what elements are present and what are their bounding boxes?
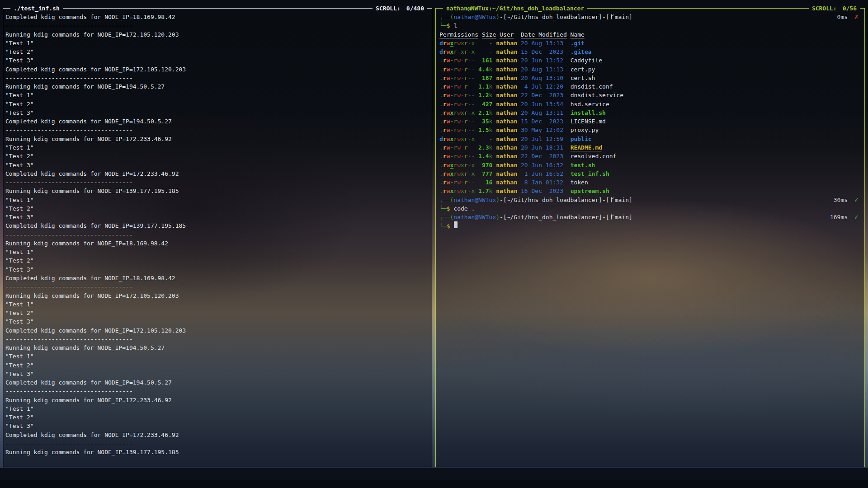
file-owner: nathan: [492, 161, 517, 169]
right-pane[interactable]: nathan@NWTux:~/Git/hns_doh_loadbalancer …: [435, 8, 865, 467]
terminal-line: "Test 2": [5, 256, 430, 265]
terminal-line: "Test 2": [5, 204, 430, 213]
scroll-value: 0/56: [843, 5, 857, 12]
terminal-line: Completed kdig commands for NODE_IP=172.…: [5, 431, 430, 439]
terminal-line: "Test 3": [5, 108, 430, 117]
terminal-line: "Test 3": [5, 370, 430, 378]
command-line: └─$: [439, 221, 863, 230]
terminal-line: Running kdig commands for NODE_IP=139.17…: [5, 448, 430, 456]
file-name: dnsdist.conf: [571, 82, 613, 91]
file-name: resolved.conf: [571, 152, 617, 160]
file-owner: nathan: [492, 169, 517, 178]
file-name: .git: [571, 39, 585, 47]
right-pane-scroll-indicator: SCROLL:0/56: [809, 5, 860, 12]
terminal-line: "Test 2": [5, 309, 430, 317]
file-date: 20 Aug 13:11: [517, 108, 563, 117]
file-size: 2.3k: [475, 143, 492, 152]
left-pane-content: Completed kdig commands for NODE_IP=18.1…: [5, 13, 430, 465]
file-size: 167: [475, 74, 492, 82]
file-owner: nathan: [492, 108, 517, 117]
file-date: 22 Dec 2023: [517, 91, 563, 99]
file-size: 427: [475, 100, 492, 108]
scroll-value: 0/480: [406, 5, 424, 12]
file-row: .rwxrwxr-x 970 nathan 20 Jun 16:32 test.…: [439, 161, 863, 169]
file-permissions: .rw-rw-r--: [439, 65, 475, 74]
prompt-line: ┌──(nathan@NWTux)-[~/Git/hns_doh_loadbal…: [439, 196, 863, 204]
file-owner: nathan: [492, 47, 517, 56]
terminal-line: "Test 3": [5, 317, 430, 326]
file-date: 15 Dec 2023: [517, 117, 563, 126]
file-owner: nathan: [492, 152, 517, 160]
file-permissions: drwxrwxr-x: [439, 135, 475, 143]
file-permissions: .rw-rw-r--: [439, 117, 475, 126]
scroll-label: SCROLL:: [376, 5, 401, 12]
file-owner: nathan: [492, 178, 517, 187]
file-row: .rw-rw-r-- 1.5k nathan 30 May 12:02 prox…: [439, 126, 863, 134]
listing-header: Permissions Size User Date Modified Name: [439, 30, 863, 39]
terminal-line: "Test 2": [5, 47, 430, 56]
file-size: 777: [475, 169, 492, 178]
text-cursor: [454, 221, 458, 228]
git-branch-icon: [610, 197, 614, 203]
file-name: hsd.service: [571, 100, 609, 108]
file-permissions: .rw-rw-r--: [439, 56, 475, 65]
file-date: 20 Aug 13:13: [517, 65, 563, 74]
left-pane[interactable]: ./test_inf.sh SCROLL:0/480 Completed kdi…: [3, 8, 432, 467]
file-size: -: [475, 135, 492, 143]
file-size: 970: [475, 161, 492, 169]
file-date: 22 Dec 2023: [517, 152, 563, 160]
terminal-line: ------------------------------------: [5, 178, 430, 187]
terminal-line: "Test 1": [5, 300, 430, 309]
status-bar: Ctrl + Lock (g), Pane, Tab, Resize (n), …: [0, 468, 868, 488]
terminal-line: "Test 3": [5, 56, 430, 65]
file-owner: nathan: [492, 39, 517, 47]
file-name: dnsdist.service: [571, 91, 623, 99]
file-permissions: .rw-rw-r--: [439, 152, 475, 160]
left-pane-title: ./test_inf.sh: [10, 5, 63, 12]
file-permissions: .rw-rw-r--: [439, 143, 475, 152]
file-owner: nathan: [492, 100, 517, 108]
terminal-line: Running kdig commands for NODE_IP=18.169…: [5, 239, 430, 248]
terminal-line: Running kdig commands for NODE_IP=172.23…: [5, 396, 430, 404]
terminal-line: "Test 1": [5, 39, 430, 47]
terminal-line: "Test 3": [5, 213, 430, 221]
terminal-line: "Test 3": [5, 422, 430, 430]
file-name: README.md: [571, 143, 602, 152]
file-row: .rw-rw-r-- 4.4k nathan 20 Aug 13:13 cert…: [439, 65, 863, 74]
file-name: cert.py: [571, 65, 595, 74]
terminal-line: "Test 1": [5, 91, 430, 99]
file-permissions: .rwxrwxr-x: [439, 108, 475, 117]
terminal-line: "Test 1": [5, 248, 430, 256]
file-owner: nathan: [492, 74, 517, 82]
file-permissions: .rw-rw-r--: [439, 178, 475, 187]
file-date: 4 Jul 12:20: [517, 82, 563, 91]
file-name: test_inf.sh: [571, 169, 609, 178]
terminal-line: Running kdig commands for NODE_IP=139.17…: [5, 187, 430, 195]
terminal-line: Completed kdig commands for NODE_IP=139.…: [5, 221, 430, 230]
file-owner: nathan: [492, 126, 517, 134]
file-owner: nathan: [492, 82, 517, 91]
file-size: 1.1k: [475, 82, 492, 91]
terminal-line: ------------------------------------: [5, 74, 430, 82]
file-owner: nathan: [492, 65, 517, 74]
left-pane-scroll-indicator: SCROLL:0/480: [373, 5, 427, 12]
file-permissions: .rw-rw-r--: [439, 74, 475, 82]
terminal-line: Running kdig commands for NODE_IP=172.23…: [5, 135, 430, 143]
file-permissions: .rw-rw-r--: [439, 82, 475, 91]
right-pane-title: nathan@NWTux:~/Git/hns_doh_loadbalancer: [443, 5, 587, 12]
file-row: .rw-rw-r-- 2.3k nathan 20 Jun 18:31 READ…: [439, 143, 863, 152]
terminal-line: ------------------------------------: [5, 439, 430, 448]
file-row: .rw-rw-r-- 16 nathan 8 Jan 01:32 token: [439, 178, 863, 187]
file-permissions: .rw-rw-r--: [439, 100, 475, 108]
terminal-line: "Test 1": [5, 196, 430, 204]
terminal-line: "Test 3": [5, 265, 430, 274]
terminal-line: Completed kdig commands for NODE_IP=194.…: [5, 378, 430, 387]
file-name: Caddyfile: [571, 56, 602, 65]
terminal-line: Completed kdig commands for NODE_IP=172.…: [5, 326, 430, 335]
file-permissions: .rw-rw-r--: [439, 91, 475, 99]
terminal-line: Running kdig commands for NODE_IP=194.50…: [5, 82, 430, 91]
terminal-line: ------------------------------------: [5, 230, 430, 239]
terminal-line: Completed kdig commands for NODE_IP=18.1…: [5, 274, 430, 282]
terminal-line: ------------------------------------: [5, 21, 430, 30]
file-owner: nathan: [492, 143, 517, 152]
